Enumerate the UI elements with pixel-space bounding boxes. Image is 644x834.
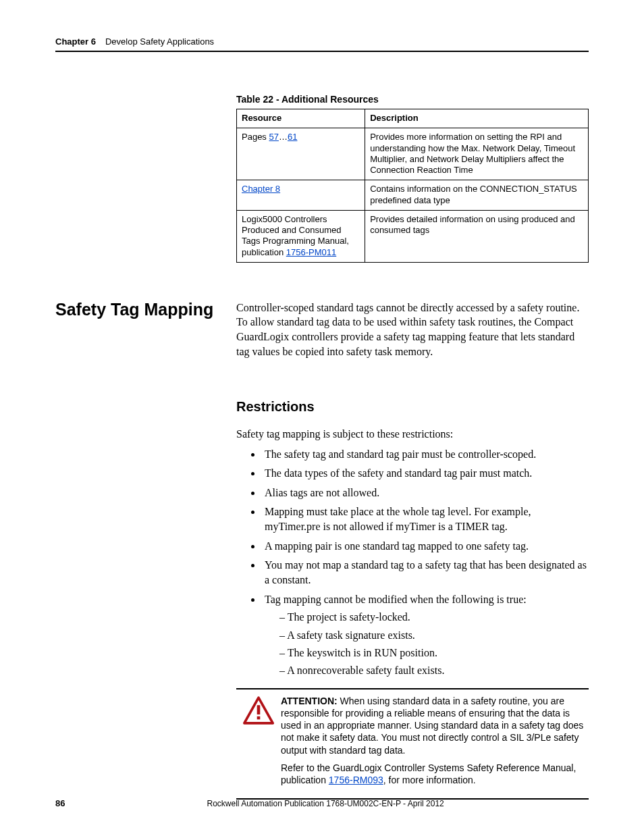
table-header-row: Resource Description: [237, 109, 589, 128]
attention-box: ATTENTION: When using standard data in a…: [236, 688, 589, 800]
table-caption: Table 22 - Additional Resources: [236, 94, 589, 105]
table-row: Chapter 8 Contains information on the CO…: [237, 180, 589, 211]
page-footer: 86 Rockwell Automation Publication 1768-…: [55, 798, 589, 808]
page-link[interactable]: 57: [269, 132, 278, 142]
table-row: Logix5000 Controllers Produced and Consu…: [237, 210, 589, 262]
table-row: Pages 57…61 Provides more information on…: [237, 128, 589, 180]
cell-description: Provides more information on setting the…: [365, 128, 589, 180]
attention-label: ATTENTION:: [281, 696, 338, 706]
sub-list-item: A nonrecoverable safety fault exists.: [279, 663, 589, 678]
sub-list-item: The keyswitch is in RUN position.: [279, 646, 589, 660]
col-resource: Resource: [237, 109, 365, 128]
list-item: The safety tag and standard tag pair mus…: [262, 447, 589, 462]
list-item: Alias tags are not allowed.: [262, 486, 589, 500]
page-number: 86: [55, 798, 65, 808]
cell-text: Pages: [242, 132, 269, 142]
list-item: A mapping pair is one standard tag mappe…: [262, 539, 589, 554]
col-description: Description: [365, 109, 589, 128]
svg-rect-1: [257, 705, 261, 714]
cell-description: Contains information on the CONNECTION_S…: [365, 180, 589, 211]
list-item: You may not map a standard tag to a safe…: [262, 558, 589, 588]
attention-paragraph: Refer to the GuardLogix Controller Syste…: [281, 762, 586, 786]
publication-link[interactable]: 1756-RM093: [329, 775, 383, 785]
restrictions-list: The safety tag and standard tag pair mus…: [236, 447, 589, 679]
list-item: The data types of the safety and standar…: [262, 466, 589, 481]
sub-list: The project is safety-locked. A safety t…: [265, 610, 589, 679]
page-link[interactable]: 61: [288, 132, 297, 142]
publication-info: Rockwell Automation Publication 1768-UM0…: [207, 799, 444, 808]
restrictions-lead: Safety tag mapping is subject to these r…: [236, 427, 589, 442]
list-item: Mapping must take place at the whole tag…: [262, 504, 589, 535]
svg-rect-2: [257, 716, 261, 720]
attention-icon: [236, 695, 281, 791]
chapter-link[interactable]: Chapter 8: [242, 184, 280, 194]
attention-paragraph: ATTENTION: When using standard data in a…: [281, 695, 586, 756]
list-item-text: Tag mapping cannot be modified when the …: [265, 594, 527, 605]
cell-text: …: [279, 132, 288, 142]
section-body: Controller-scoped standard tags cannot b…: [236, 301, 589, 359]
sub-list-item: A safety task signature exists.: [279, 628, 589, 643]
attention-ref-post: , for more information.: [383, 775, 476, 785]
chapter-label: Chapter 6: [55, 36, 96, 47]
publication-link[interactable]: 1756-PM011: [286, 247, 336, 257]
sub-list-item: The project is safety-locked.: [279, 610, 589, 625]
resources-table: Resource Description Pages 57…61 Provide…: [236, 109, 589, 263]
chapter-title: Develop Safety Applications: [105, 36, 214, 47]
page-header: Chapter 6 Develop Safety Applications: [55, 36, 589, 52]
subheading-restrictions: Restrictions: [236, 399, 589, 415]
section-heading: Safety Tag Mapping: [55, 301, 236, 319]
list-item: Tag mapping cannot be modified when the …: [262, 592, 589, 679]
cell-description: Provides detailed information on using p…: [365, 210, 589, 262]
